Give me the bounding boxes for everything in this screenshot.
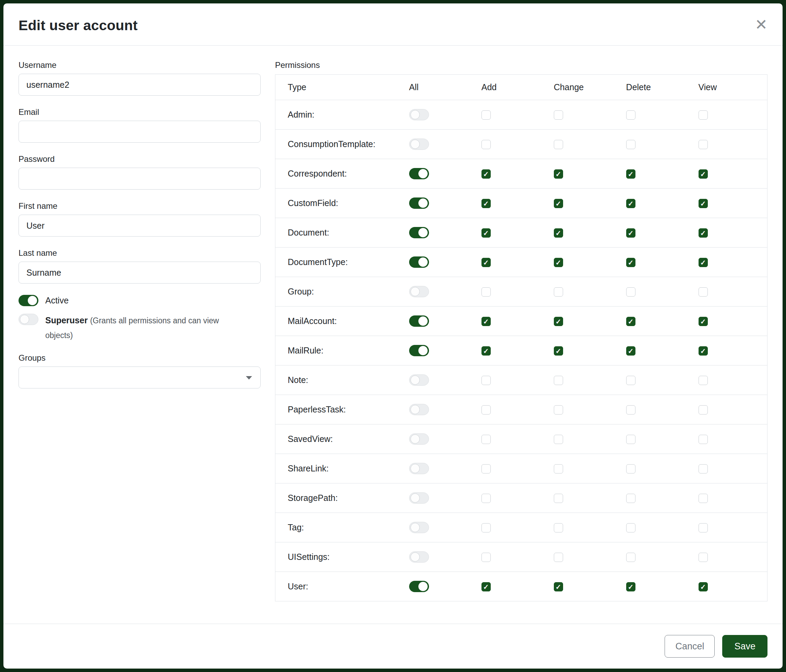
superuser-toggle[interactable] [19, 314, 38, 325]
username-input[interactable] [19, 74, 261, 96]
permission-delete-checkbox[interactable] [626, 110, 635, 120]
permission-add-checkbox[interactable] [481, 287, 491, 297]
permission-change-checkbox[interactable] [554, 523, 563, 532]
permission-add-checkbox[interactable]: ✓ [481, 317, 491, 326]
permission-add-checkbox[interactable]: ✓ [481, 346, 491, 356]
permission-delete-checkbox[interactable] [626, 140, 635, 149]
permission-change-checkbox[interactable]: ✓ [554, 170, 563, 179]
save-button[interactable]: Save [722, 635, 767, 658]
permission-change-checkbox[interactable]: ✓ [554, 228, 563, 238]
permission-all-toggle[interactable] [409, 404, 429, 415]
permission-add-checkbox[interactable] [481, 494, 491, 503]
permission-view-checkbox[interactable] [698, 553, 708, 562]
permission-all-toggle[interactable] [409, 227, 429, 238]
permission-all-toggle[interactable] [409, 286, 429, 297]
permission-delete-checkbox[interactable] [626, 523, 635, 532]
permission-view-checkbox[interactable] [698, 110, 708, 120]
permission-view-checkbox[interactable]: ✓ [698, 199, 708, 208]
permission-view-checkbox[interactable] [698, 405, 708, 415]
permission-add-checkbox[interactable] [481, 405, 491, 415]
permission-all-toggle[interactable] [409, 256, 429, 268]
close-icon[interactable]: ✕ [755, 17, 767, 32]
permission-change-checkbox[interactable] [554, 405, 563, 415]
permission-change-checkbox[interactable]: ✓ [554, 346, 563, 356]
permission-all-toggle[interactable] [409, 433, 429, 445]
permission-change-checkbox[interactable]: ✓ [554, 582, 563, 592]
permission-all-toggle[interactable] [409, 138, 429, 150]
permission-change-checkbox[interactable] [554, 464, 563, 474]
permission-delete-checkbox[interactable] [626, 494, 635, 503]
permission-change-checkbox[interactable] [554, 140, 563, 149]
email-field[interactable] [19, 121, 261, 143]
permission-add-checkbox[interactable] [481, 553, 491, 562]
permission-delete-checkbox[interactable] [626, 464, 635, 474]
last-name-input[interactable] [19, 262, 261, 284]
permission-change-checkbox[interactable] [554, 110, 563, 120]
permission-all-toggle[interactable] [409, 492, 429, 504]
permission-view-checkbox[interactable]: ✓ [698, 170, 708, 179]
permission-add-checkbox[interactable] [481, 376, 491, 385]
password-field[interactable] [19, 168, 261, 190]
permission-delete-checkbox[interactable] [626, 287, 635, 297]
permission-delete-checkbox[interactable]: ✓ [626, 346, 635, 356]
permission-view-checkbox[interactable]: ✓ [698, 258, 708, 267]
permission-add-checkbox[interactable] [481, 110, 491, 120]
permission-view-checkbox[interactable] [698, 376, 708, 385]
permission-change-checkbox[interactable]: ✓ [554, 258, 563, 267]
permission-delete-checkbox[interactable]: ✓ [626, 258, 635, 267]
permission-all-toggle[interactable] [409, 109, 429, 120]
permission-change-checkbox[interactable]: ✓ [554, 199, 563, 208]
permission-type-label: User: [288, 581, 308, 591]
permission-change-checkbox[interactable]: ✓ [554, 317, 563, 326]
permission-view-checkbox[interactable] [698, 435, 708, 444]
permission-delete-checkbox[interactable]: ✓ [626, 317, 635, 326]
permission-add-checkbox[interactable]: ✓ [481, 582, 491, 592]
permission-all-toggle[interactable] [409, 522, 429, 533]
toggle-knob [410, 523, 420, 532]
permission-type-label: UISettings: [288, 552, 330, 562]
permission-all-toggle[interactable] [409, 345, 429, 356]
permission-view-checkbox[interactable]: ✓ [698, 346, 708, 356]
permission-view-checkbox[interactable] [698, 464, 708, 474]
permission-add-checkbox[interactable] [481, 140, 491, 149]
permission-delete-checkbox[interactable]: ✓ [626, 170, 635, 179]
permission-view-checkbox[interactable]: ✓ [698, 317, 708, 326]
permission-change-checkbox[interactable] [554, 287, 563, 297]
permission-delete-checkbox[interactable] [626, 376, 635, 385]
permission-all-toggle[interactable] [409, 316, 429, 327]
permission-change-checkbox[interactable] [554, 376, 563, 385]
permission-add-checkbox[interactable] [481, 464, 491, 474]
permission-change-checkbox[interactable] [554, 494, 563, 503]
permission-add-checkbox[interactable]: ✓ [481, 228, 491, 238]
permission-add-checkbox[interactable]: ✓ [481, 199, 491, 208]
permission-view-checkbox[interactable]: ✓ [698, 228, 708, 238]
permission-add-checkbox[interactable] [481, 435, 491, 444]
permission-view-checkbox[interactable] [698, 523, 708, 532]
permission-delete-checkbox[interactable] [626, 435, 635, 444]
active-label: Active [45, 295, 69, 306]
first-name-input[interactable] [19, 215, 261, 237]
permission-all-toggle[interactable] [409, 463, 429, 474]
permission-view-checkbox[interactable]: ✓ [698, 582, 708, 592]
cancel-button[interactable]: Cancel [665, 635, 715, 658]
active-toggle[interactable] [19, 295, 38, 306]
permission-delete-checkbox[interactable] [626, 405, 635, 415]
permission-delete-checkbox[interactable] [626, 553, 635, 562]
permission-all-toggle[interactable] [409, 374, 429, 386]
permission-add-checkbox[interactable]: ✓ [481, 170, 491, 179]
permission-delete-checkbox[interactable]: ✓ [626, 228, 635, 238]
permission-view-checkbox[interactable] [698, 494, 708, 503]
permission-delete-checkbox[interactable]: ✓ [626, 582, 635, 592]
permission-view-checkbox[interactable] [698, 287, 708, 297]
permission-all-toggle[interactable] [409, 551, 429, 563]
permission-all-toggle[interactable] [409, 168, 429, 179]
permission-change-checkbox[interactable] [554, 553, 563, 562]
permission-all-toggle[interactable] [409, 198, 429, 209]
groups-select[interactable] [19, 366, 261, 388]
permission-delete-checkbox[interactable]: ✓ [626, 199, 635, 208]
permission-view-checkbox[interactable] [698, 140, 708, 149]
permission-all-toggle[interactable] [409, 581, 429, 592]
permission-add-checkbox[interactable] [481, 523, 491, 532]
permission-change-checkbox[interactable] [554, 435, 563, 444]
permission-add-checkbox[interactable]: ✓ [481, 258, 491, 267]
